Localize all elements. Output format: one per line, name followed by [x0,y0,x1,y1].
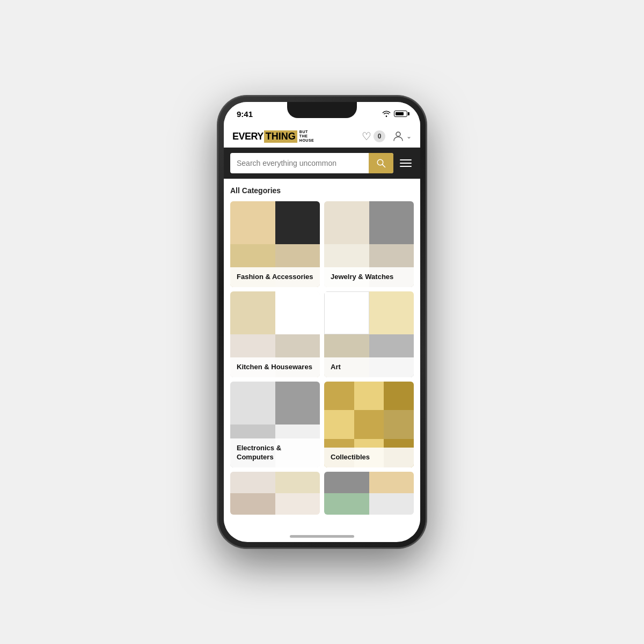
search-button[interactable] [369,153,393,173]
account-button[interactable]: ⌄ [392,130,412,143]
wifi-icon [382,111,391,117]
battery-icon [394,111,407,117]
category-card-collectibles[interactable]: Collectibles [324,382,414,467]
category-label-art: Art [324,357,414,377]
logo[interactable]: EVERY THING BUT THE HOUSE [232,130,314,142]
logo-every: EVERY [232,131,264,142]
logo-house: HOUSE [299,138,314,143]
favorites-button[interactable]: ♡ 0 [362,130,385,143]
category-card-fashion[interactable]: Fashion & Accessories [230,201,320,287]
screen: 9:41 EVERY THING [224,102,420,542]
category-label-fashion: Fashion & Accessories [230,267,320,287]
category-label-text-art: Art [331,363,407,372]
category-label-text-fashion: Fashion & Accessories [237,273,313,282]
category-label-text-kitchen: Kitchen & Housewares [237,363,313,372]
category-card-kitchen[interactable]: Kitchen & Housewares [230,291,320,377]
phone-frame: 9:41 EVERY THING [217,96,427,548]
logo-thing: THING [266,131,296,142]
category-card-electronics[interactable]: Electronics & Computers [230,382,320,467]
menu-line-1 [400,159,412,160]
heart-icon: ♡ [362,130,371,143]
svg-line-2 [383,165,385,167]
favorites-badge: 0 [374,130,385,142]
app-header: EVERY THING BUT THE HOUSE ♡ 0 [224,126,420,148]
category-label-jewelry: Jewelry & Watches [324,267,414,287]
header-icons: ♡ 0 ⌄ [362,130,412,143]
status-time: 9:41 [237,109,253,119]
search-bar-container [224,148,420,179]
svg-point-0 [396,132,400,136]
category-label-kitchen: Kitchen & Housewares [230,357,320,377]
category-label-text-electronics: Electronics & Computers [237,444,313,462]
account-icon [392,130,405,143]
category-label-text-collectibles: Collectibles [331,453,407,462]
menu-line-2 [400,163,412,164]
menu-button[interactable] [398,157,414,169]
category-card-partial2[interactable] [324,472,414,515]
search-input[interactable] [230,153,369,173]
category-card-partial1[interactable] [230,472,320,515]
category-label-text-jewelry: Jewelry & Watches [331,273,407,282]
category-bg-partial1 [230,472,320,515]
menu-line-3 [400,166,412,167]
search-icon [376,158,386,168]
main-content: All Categories Fashion & Accessories [224,179,420,536]
chevron-down-icon: ⌄ [406,133,412,140]
logo-tagline: BUT THE HOUSE [299,130,314,142]
logo-thing-box: THING [264,130,297,143]
search-input-wrapper [230,153,393,173]
category-card-jewelry[interactable]: Jewelry & Watches [324,201,414,287]
category-card-art[interactable]: Art [324,291,414,377]
all-categories-title: All Categories [230,186,414,195]
logo-the: THE [299,134,314,138]
categories-grid: Fashion & Accessories Jewelry & Watches [230,201,414,515]
status-icons [382,111,407,117]
notch [287,102,357,118]
logo-but: BUT [299,130,314,134]
home-indicator [290,535,354,538]
phone-wrapper: 9:41 EVERY THING [217,96,427,548]
category-bg-partial2 [324,472,414,515]
category-label-collectibles: Collectibles [324,448,414,467]
category-label-electronics: Electronics & Computers [230,438,320,467]
